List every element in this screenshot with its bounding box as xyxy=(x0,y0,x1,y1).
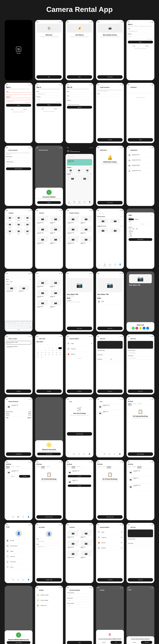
screen-date: 9:41•••⌢▮ ‹Select Date Sat, Feb 5 SMTWTF… xyxy=(35,334,63,394)
update-button[interactable]: Update Profile xyxy=(36,578,62,582)
booking-item[interactable]: Sony Alpha 7 Mk$100/Day Cancel Order Tra… xyxy=(6,470,31,478)
continue-button[interactable]: Continue xyxy=(97,138,123,142)
screen-pwdmgr: 9:41•••⌢▮ ‹Password Manager Current Pass… xyxy=(66,586,93,644)
avatar[interactable]: 👤 xyxy=(15,530,22,537)
booknow-button[interactable]: Book Now xyxy=(67,327,92,330)
search-input[interactable]: Search camera xyxy=(97,212,123,215)
page-title: Camera Rental App xyxy=(3,5,156,14)
getstarted-button[interactable]: Get Started xyxy=(97,75,123,79)
confirmpwd-input[interactable]: •••••••• xyxy=(6,163,31,166)
screen-addcard: 9:41•••⌢▮ ‹Add Card Card Holder Name Car… xyxy=(96,334,124,394)
screen-pwd-updated: 9:41•••⌢▮ ‹Reset Password ✓ Password Upd… xyxy=(35,146,63,206)
screen-pay-success: ⭐ Payment Successful Thank you and see y… xyxy=(35,397,63,457)
forgot-link[interactable]: Forgot password? xyxy=(128,39,153,40)
reset-button[interactable]: Reset Password xyxy=(6,168,31,170)
signin-button[interactable]: Sign In xyxy=(37,201,61,204)
password-input[interactable]: •••••••• xyxy=(128,35,153,38)
notif-item[interactable]: 📦Booked successfulLorem ipsum xyxy=(128,152,153,158)
next-button[interactable]: Next xyxy=(36,75,62,79)
otp-input[interactable] xyxy=(128,92,134,94)
tab-ongoing[interactable]: Ongoing xyxy=(128,403,131,405)
product-card[interactable]: ♡ xyxy=(67,176,78,182)
snapchat-icon[interactable]: S xyxy=(139,327,142,330)
addcard-link[interactable]: + Add Card xyxy=(67,358,92,359)
cancel-button[interactable]: Cancel xyxy=(98,641,110,644)
nav-search[interactable]: 🔍Search xyxy=(73,201,75,204)
screen-detail: 9:41•••⌢▮ ‹⇧♡ Sony Alpha 7 Mk ⭐ 4.5 · 18… xyxy=(66,272,93,332)
welcome-illustration: 🏠 xyxy=(36,24,62,32)
password-input[interactable] xyxy=(67,101,92,104)
check-icon: ✓ xyxy=(47,190,52,195)
success-modal: ⭐ Payment Successful Thank you and see y… xyxy=(35,440,63,457)
screen-category: 9:41•••⌢▮ ‹Category DSLR Mirrorless Acti… xyxy=(5,208,33,269)
number-input[interactable] xyxy=(97,356,123,358)
email-input[interactable] xyxy=(6,92,31,95)
tab-cancelled[interactable]: Cancelled xyxy=(137,403,141,405)
tab-finished[interactable]: Finished xyxy=(133,403,136,405)
product-card[interactable]: ♥Sony Alpha 7 Mk$100/Day xyxy=(36,215,49,225)
nav-profile[interactable]: 👤Profile xyxy=(89,201,91,204)
keyboard[interactable]: QWERTYUIOP ASDFGHJKL ⇧ZXCVBNM⌫ space xyxy=(5,321,33,332)
email-input[interactable] xyxy=(97,94,123,97)
screen-logout-confirm: 9:41•••⌢▮ Profile Are you sure you want … xyxy=(126,586,154,644)
screen-review: 9:41•••⌢▮ ‹Review Summary Sony Alpha 7 M… xyxy=(5,397,33,457)
continue-button[interactable]: Continue xyxy=(6,390,31,393)
share-icon[interactable]: ⇧ xyxy=(89,275,90,276)
password-input[interactable] xyxy=(6,98,31,100)
next-button[interactable]: Next xyxy=(67,75,92,79)
verify-button[interactable]: Verify xyxy=(128,138,153,142)
email-input[interactable] xyxy=(67,97,92,99)
search-input[interactable]: Sony xyxy=(6,275,31,278)
signin-button[interactable]: Sign In xyxy=(128,41,153,44)
screen-onboard-1: 9:41•••⌢▮ 🏠 Welcome! Lorem ipsum dolor s… xyxy=(35,20,63,80)
screen-myprofile: 9:41•••⌢▮ ‹My Profile 👤 Name Ronald Rich… xyxy=(35,523,63,583)
avatar[interactable] xyxy=(67,150,69,152)
terms-checkbox[interactable]: ☐ xyxy=(67,104,68,105)
nav-cart[interactable]: 🛒Cart xyxy=(84,201,86,204)
facebook-button[interactable]: Facebook xyxy=(141,45,153,47)
settings-item[interactable]: 🔔Notification Settings› xyxy=(36,592,62,598)
screen-location: 9:41•••⌢▮ ‹Select Location 1901 Thornrid… xyxy=(5,334,33,394)
screen-signin-filled: 9:41•••⌢▮ Sign in Hi! Welcome back, plea… xyxy=(35,83,63,143)
screen-popular: 9:41•••⌢▮ ‹Popular Products ♥Sony Alpha … xyxy=(66,208,93,269)
flashsale-banner[interactable]: Flash Sale 2 days left xyxy=(67,159,92,166)
instagram-icon[interactable]: I xyxy=(135,327,138,330)
category-item[interactable]: DSLR xyxy=(6,215,14,221)
nav-home[interactable]: ⌂Home xyxy=(68,201,70,204)
seeall-link[interactable]: See All xyxy=(90,167,92,168)
email-input[interactable]: example@email.com xyxy=(128,30,153,33)
facebook-icon[interactable]: f xyxy=(146,327,149,330)
name-input[interactable] xyxy=(67,92,92,95)
google-button[interactable]: Google xyxy=(128,45,140,47)
addcard-button[interactable]: Add Card xyxy=(97,390,123,393)
address-option[interactable]: 1901 Thornridge Cir. Shiloh Hawaii 81063 xyxy=(6,341,31,344)
apply-button[interactable]: Apply Filters xyxy=(128,238,152,241)
name-input[interactable]: Ronald Richards xyxy=(36,540,62,543)
nav-bookings[interactable]: ▤Bookings xyxy=(78,201,81,204)
profile-item[interactable]: 👤My Profile› xyxy=(6,538,31,543)
pay-button[interactable]: Pay $390.00 xyxy=(6,452,31,456)
linkedin-icon[interactable]: in xyxy=(143,327,145,330)
heart-icon[interactable]: ♡ xyxy=(91,275,92,276)
whatsapp-icon[interactable]: W xyxy=(132,327,135,330)
screen-bookings-finished: 9:41•••⌢▮ Bookings Ongoing Finished Canc… xyxy=(66,460,93,520)
empty-icon: 📋 xyxy=(138,409,143,414)
signup-link[interactable]: Already have an account? Sign Up xyxy=(128,48,153,49)
close-icon[interactable]: ✕ xyxy=(151,215,152,216)
toggle[interactable] xyxy=(120,531,123,533)
screen-notif-empty: 9:41•••⌢▮ ‹Notifications 🔔 Notifications… xyxy=(96,146,124,206)
signup-button[interactable]: Sign Up xyxy=(67,106,92,108)
star-icon: ⭐ xyxy=(47,442,52,448)
newpwd-input[interactable]: •••••••• xyxy=(6,158,31,160)
search-input[interactable]: Search camera xyxy=(67,155,92,158)
cart-item[interactable]: Sony Alpha 7 Mk$100/Day xyxy=(97,404,123,410)
save-button[interactable]: Save xyxy=(67,641,92,644)
logout-button[interactable]: Log Out xyxy=(141,641,152,644)
holder-input[interactable] xyxy=(97,351,123,354)
back-icon[interactable]: ‹ xyxy=(97,86,99,88)
screen-favorites: 9:41•••⌢▮ ‹Favorites ♥Sony Alpha 7 Mk$10… xyxy=(66,523,93,583)
screen-filter: Filter✕ Sort by Most Popular Best Rate P… xyxy=(126,208,154,269)
payment-option[interactable]: PPaypal◉ xyxy=(67,341,92,346)
yes-button[interactable]: Yes xyxy=(110,641,122,644)
back-icon[interactable]: ‹ xyxy=(128,86,129,88)
